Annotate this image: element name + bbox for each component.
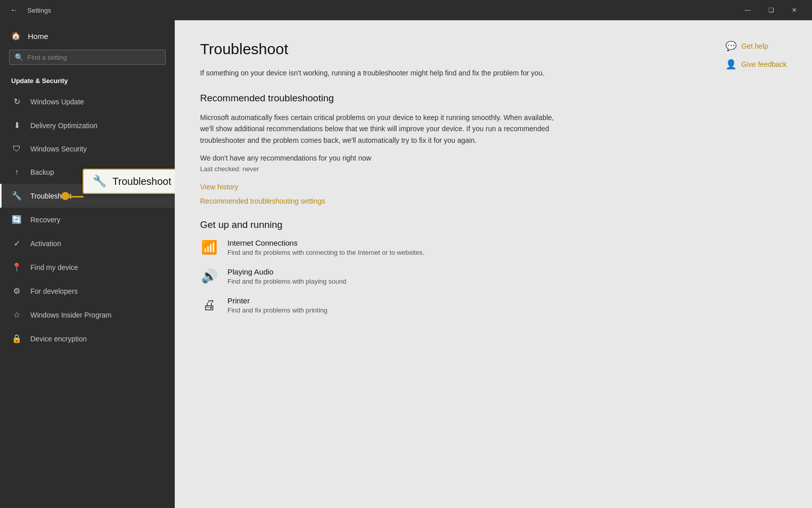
no-recommendations-text: We don't have any recommendations for yo… (200, 154, 787, 162)
developers-icon: ⚙ (11, 286, 22, 296)
sidebar-label-activation: Activation (30, 240, 61, 248)
delivery-optimization-icon: ⬇ (11, 121, 22, 130)
last-checked-text: Last checked: never (200, 165, 787, 173)
maximize-button[interactable]: ❑ (759, 0, 783, 20)
printer-desc: Find and fix problems with printing (227, 306, 327, 314)
title-back-button[interactable]: ← (6, 4, 22, 17)
audio-name: Playing Audio (227, 267, 346, 276)
sidebar-item-activation[interactable]: ✓ Activation (0, 231, 175, 255)
sidebar-section-label: Update & Security (0, 73, 175, 90)
tooltip-icon: 🔧 (93, 175, 106, 188)
recovery-icon: 🔄 (11, 215, 22, 224)
troubleshoot-icon: 🔧 (11, 191, 22, 201)
sidebar-label-for-developers: For developers (30, 287, 78, 295)
internet-content: Internet Connections Find and fix proble… (227, 239, 424, 256)
sidebar-search-box[interactable]: 🔍 (9, 50, 166, 65)
sidebar-item-delivery-optimization[interactable]: ⬇ Delivery Optimization (0, 113, 175, 137)
troubleshoot-item-internet: 📶 Internet Connections Find and fix prob… (200, 239, 787, 256)
sidebar-label-delivery-optimization: Delivery Optimization (30, 122, 97, 130)
encryption-icon: 🔒 (11, 334, 22, 343)
sidebar-item-for-developers[interactable]: ⚙ For developers (0, 279, 175, 303)
title-bar-controls: — ❑ ✕ (736, 0, 806, 20)
search-input[interactable] (27, 54, 160, 61)
sidebar-label-windows-update: Windows Update (30, 98, 84, 106)
get-help-icon: 💬 (725, 41, 737, 52)
give-feedback-link[interactable]: 👤 Give feedback (725, 59, 787, 70)
sidebar: 🏠 Home 🔍 Update & Security ↻ Windows Upd… (0, 20, 175, 508)
sidebar-item-find-my-device[interactable]: 📍 Find my device (0, 255, 175, 279)
audio-icon: 🔊 (200, 268, 218, 284)
title-bar: ← Settings — ❑ ✕ (0, 0, 812, 20)
sidebar-label-device-encryption: Device encryption (30, 335, 87, 343)
backup-icon: ↑ (11, 168, 22, 177)
printer-content: Printer Find and fix problems with print… (227, 296, 327, 314)
home-icon: 🏠 (11, 31, 21, 41)
troubleshoot-item-printer: 🖨 Printer Find and fix problems with pri… (200, 296, 787, 314)
sidebar-label-recovery: Recovery (30, 216, 60, 224)
main-content: 💬 Get help 👤 Give feedback Troubleshoot … (175, 20, 812, 508)
recommendations-body: Microsoft automatically fixes certain cr… (200, 112, 555, 146)
tooltip-label: Troubleshoot (112, 176, 171, 187)
tooltip-bubble: 🔧 Troubleshoot (83, 169, 175, 194)
activation-icon: ✓ (11, 239, 22, 248)
title-bar-left: ← Settings (6, 4, 736, 17)
internet-desc: Find and fix problems with connecting to… (227, 249, 424, 256)
view-history-link[interactable]: View history (200, 183, 787, 191)
insider-icon: ☆ (11, 310, 22, 320)
home-label: Home (28, 32, 48, 41)
get-running-title: Get up and running (200, 219, 787, 230)
sidebar-label-windows-insider: Windows Insider Program (30, 311, 111, 319)
get-help-link[interactable]: 💬 Get help (725, 41, 787, 52)
internet-name: Internet Connections (227, 239, 424, 247)
troubleshoot-item-audio: 🔊 Playing Audio Find and fix problems wi… (200, 267, 787, 285)
minimize-button[interactable]: — (736, 0, 759, 20)
printer-name: Printer (227, 296, 327, 305)
sidebar-item-troubleshoot[interactable]: 🔧 Troubleshoot 🔧 Troubleshoot (0, 184, 175, 208)
sidebar-label-windows-security: Windows Security (30, 145, 87, 153)
windows-security-icon: 🛡 (11, 144, 22, 153)
app-body: 🏠 Home 🔍 Update & Security ↻ Windows Upd… (0, 20, 812, 508)
help-panel: 💬 Get help 👤 Give feedback (725, 41, 787, 70)
find-device-icon: 📍 (11, 262, 22, 272)
audio-desc: Find and fix problems with playing sound (227, 278, 346, 285)
recommended-settings-link[interactable]: Recommended troubleshooting settings (200, 197, 787, 205)
title-bar-title: Settings (27, 7, 51, 14)
give-feedback-icon: 👤 (725, 59, 737, 70)
printer-icon: 🖨 (200, 297, 218, 313)
sidebar-item-windows-security[interactable]: 🛡 Windows Security (0, 137, 175, 161)
sidebar-label-find-my-device: Find my device (30, 263, 78, 271)
sidebar-item-recovery[interactable]: 🔄 Recovery (0, 208, 175, 231)
sidebar-item-windows-update[interactable]: ↻ Windows Update (0, 90, 175, 113)
sidebar-item-device-encryption[interactable]: 🔒 Device encryption (0, 327, 175, 350)
windows-update-icon: ↻ (11, 97, 22, 106)
give-feedback-label: Give feedback (742, 60, 787, 68)
get-help-label: Get help (742, 42, 768, 50)
main-description: If something on your device isn't workin… (200, 68, 545, 79)
sidebar-label-backup: Backup (30, 168, 54, 176)
sidebar-item-windows-insider[interactable]: ☆ Windows Insider Program (0, 303, 175, 327)
recommended-section-title: Recommended troubleshooting (200, 93, 787, 104)
page-title: Troubleshoot (200, 41, 787, 58)
audio-content: Playing Audio Find and fix problems with… (227, 267, 346, 285)
internet-icon: 📶 (200, 240, 218, 255)
sidebar-home[interactable]: 🏠 Home (0, 20, 175, 50)
tooltip-dot (61, 192, 69, 200)
close-button[interactable]: ✕ (783, 0, 806, 20)
search-icon: 🔍 (15, 53, 23, 61)
